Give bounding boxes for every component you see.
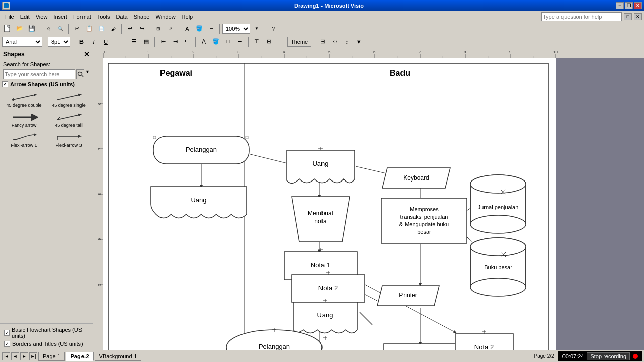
zoom-combo[interactable]: 100% 75% 50% 150%	[222, 24, 250, 34]
undo-button[interactable]: ↩	[124, 23, 135, 34]
menu-help[interactable]: Help	[179, 13, 196, 21]
menu-data[interactable]: Data	[113, 13, 130, 21]
print-preview-button[interactable]: 🔍	[55, 23, 66, 34]
menu-format[interactable]: Format	[70, 13, 94, 21]
sidebar-close-button[interactable]: ✕	[84, 50, 90, 58]
help-input[interactable]	[541, 12, 622, 21]
shape-flexi-arrow-3[interactable]: Flexi-arrow 3	[47, 131, 91, 149]
font-combo[interactable]: Arial	[2, 37, 42, 47]
align-mid-button[interactable]: ⊟	[263, 37, 274, 47]
align-h-button[interactable]: ⇔	[329, 37, 340, 47]
shape-label-fancy-arrow: Fancy arrow	[12, 123, 37, 128]
search-go-button[interactable]	[76, 69, 84, 79]
open-button[interactable]: 📂	[14, 23, 25, 34]
menu-edit[interactable]: Edit	[17, 13, 33, 21]
shape-label-45d-tail: 45 degree tail	[55, 123, 83, 128]
canvas-area[interactable]: 0 1 2 3 4 5 6 7 8	[93, 48, 644, 350]
more-button[interactable]: ⋯	[275, 37, 286, 47]
search-input[interactable]	[3, 69, 75, 79]
maximize-button[interactable]: ❐	[625, 2, 633, 9]
diagram-canvas[interactable]: Pegawai Badu	[103, 58, 556, 350]
sep6	[219, 24, 220, 34]
redo-button[interactable]: ↪	[136, 23, 147, 34]
fill-fmt-button[interactable]: 🪣	[210, 37, 221, 47]
format-painter-button[interactable]: 🖌	[108, 23, 119, 34]
indent-dec-button[interactable]: ⇤	[157, 37, 169, 47]
size-combo[interactable]: 8pt. 10pt. 12pt.	[48, 37, 70, 47]
page-nav-next[interactable]: ►	[20, 352, 28, 360]
page-tab-1[interactable]: Page-1	[38, 352, 65, 361]
svg-text:Nota 2: Nota 2	[474, 343, 494, 350]
page-tab-2[interactable]: Page-2	[66, 352, 93, 361]
svg-point-124	[470, 238, 526, 256]
more2-button[interactable]: ▼	[353, 37, 364, 47]
paste-button[interactable]: 📄	[96, 23, 107, 34]
sep12	[195, 37, 196, 47]
theme-button[interactable]: Theme	[287, 37, 311, 47]
page-nav-prev[interactable]: ◄	[11, 352, 19, 360]
svg-text:7: 7	[419, 50, 421, 54]
page-nav-last[interactable]: ►|	[29, 352, 37, 360]
copy-button[interactable]: 📋	[84, 23, 95, 34]
help-maximize[interactable]: □	[624, 13, 632, 20]
cut-button[interactable]: ✂	[71, 23, 83, 34]
sep9	[73, 37, 73, 47]
align-left-button[interactable]: ≡	[117, 37, 128, 47]
shape-45-degree-single[interactable]: 45 degree single	[47, 90, 91, 109]
menu-insert[interactable]: Insert	[50, 13, 70, 21]
sep1	[40, 24, 40, 34]
insert-button[interactable]: ⊞	[153, 23, 164, 34]
minimize-button[interactable]: −	[616, 2, 624, 9]
sidebar-bottom: ✓ Basic Flowchart Shapes (US units) ✓ Bo…	[0, 323, 93, 350]
help-close[interactable]: ✕	[634, 13, 642, 20]
indent-inc-button[interactable]: ⇥	[170, 37, 181, 47]
align-right-button[interactable]: ▤	[141, 37, 152, 47]
fill-button[interactable]: 🪣	[194, 23, 205, 34]
ruler-top: 0 1 2 3 4 5 6 7 8	[103, 48, 644, 58]
menu-file[interactable]: File	[2, 13, 17, 21]
cat-basic-flowchart[interactable]: ✓ Basic Flowchart Shapes (US units)	[2, 326, 91, 340]
shape-icon-fancy-arrow	[9, 112, 39, 123]
distribute-button[interactable]: ↕	[341, 37, 352, 47]
svg-text:10: 10	[553, 50, 558, 54]
svg-text:Pelanggan: Pelanggan	[186, 146, 217, 153]
cat-borders-titles[interactable]: ✓ Borders and Titles (US units)	[2, 340, 91, 348]
sep3	[121, 24, 122, 34]
connector-button[interactable]: ↗	[165, 23, 176, 34]
page-nav-first[interactable]: |◄	[2, 352, 10, 360]
shape-45-degree-tail[interactable]: 45 degree tail	[47, 111, 91, 129]
shape-flexi-arrow-1[interactable]: Flexi-arrow 1	[2, 131, 46, 149]
menu-shape[interactable]: Shape	[131, 13, 153, 21]
line-fmt-button[interactable]: ━	[234, 37, 246, 47]
bold-button[interactable]: B	[76, 37, 87, 47]
grid-button[interactable]: ⊞	[317, 37, 328, 47]
svg-text:3: 3	[237, 50, 240, 54]
align-center-button[interactable]: ☰	[129, 37, 140, 47]
menu-window[interactable]: Window	[152, 13, 178, 21]
main-layout: Shapes ✕ Search for Shapes: ▼ ✓ Arrow Sh…	[0, 48, 644, 350]
print-button[interactable]: 🖨	[43, 23, 54, 34]
menu-tools[interactable]: Tools	[94, 13, 113, 21]
align-top-button[interactable]: ⊤	[251, 37, 262, 47]
search-dropdown[interactable]: ▼	[85, 69, 90, 79]
category-checkbox[interactable]: ✓	[2, 81, 8, 87]
menu-view[interactable]: View	[33, 13, 51, 21]
svg-text:5: 5	[97, 283, 102, 286]
underline-button[interactable]: U	[100, 37, 111, 47]
font-color-button[interactable]: A	[182, 23, 193, 34]
zoom-dropdown[interactable]: ▼	[251, 23, 262, 34]
bullet-button[interactable]: ≔	[182, 37, 193, 47]
svg-text:& Mengupdate buku: & Mengupdate buku	[399, 221, 449, 227]
shape-fancy-arrow[interactable]: Fancy arrow	[2, 111, 46, 129]
shape-45-degree-double[interactable]: 45 degree double	[2, 90, 46, 109]
save-button[interactable]: 💾	[26, 23, 37, 34]
new-button[interactable]	[2, 23, 13, 34]
shadow-button[interactable]: ☐	[222, 37, 233, 47]
italic-button[interactable]: I	[88, 37, 99, 47]
font-color-fmt-button[interactable]: A	[198, 37, 209, 47]
page-tab-vbg[interactable]: VBackground-1	[95, 352, 142, 361]
help-btn[interactable]: ?	[268, 23, 279, 34]
line-button[interactable]: ━	[206, 23, 217, 34]
close-button[interactable]: ✕	[634, 2, 642, 9]
stop-recording-button[interactable]: Stop recording	[587, 352, 630, 360]
